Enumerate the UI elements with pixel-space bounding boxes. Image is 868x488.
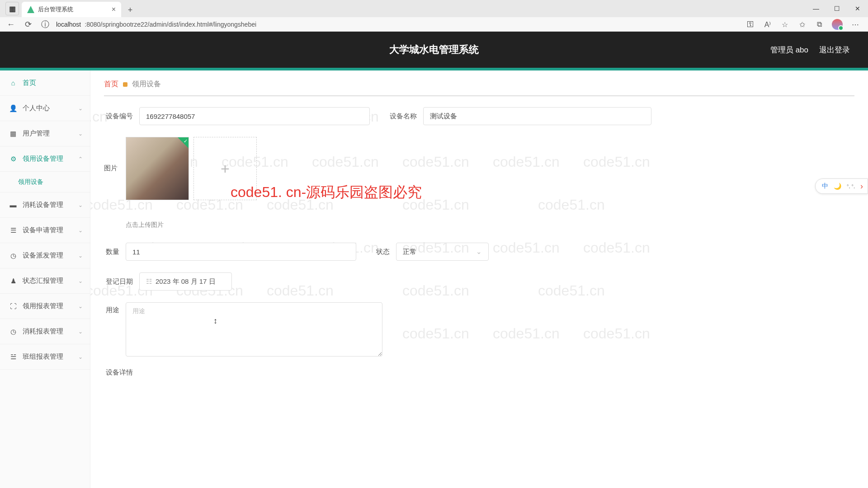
content-area: 首页 领用设备 设备编号 设备名称 图片 + 点击上传图片 xyxy=(90,70,868,488)
device-id-input[interactable] xyxy=(139,107,370,125)
sidebar-item-home[interactable]: ⌂ 首页 xyxy=(0,70,90,96)
watermark-notice: code51. cn-源码乐园盗图必究 xyxy=(231,183,422,202)
chevron-down-icon: ⌄ xyxy=(476,248,482,256)
sidebar-item-label: 消耗报表管理 xyxy=(23,327,63,336)
device-name-label: 设备名称 xyxy=(388,112,417,121)
sidebar-item-report3[interactable]: ☱ 班组报表管理 ⌄ xyxy=(0,344,90,370)
purpose-textarea[interactable] xyxy=(126,302,382,357)
image-label: 图片 xyxy=(104,137,119,173)
device-name-input[interactable] xyxy=(423,107,651,125)
address-bar: ← ⟳ ⓘ localhost:8080/springbootrze22/adm… xyxy=(0,17,868,32)
date-label: 登记日期 xyxy=(104,277,133,286)
breadcrumb-separator-icon xyxy=(123,82,127,87)
tab-close-button[interactable]: × xyxy=(112,5,116,14)
app-title: 大学城水电管理系统 xyxy=(389,43,479,56)
sidebar: ⌂ 首页 👤 个人中心 ⌄ ▦ 用户管理 ⌄ ⚙ 领用设备管理 ⌃ 领用设备 ▬… xyxy=(0,70,90,488)
upload-hint: 点击上传图片 xyxy=(126,221,257,229)
resize-cursor-icon: ↕ xyxy=(213,316,217,326)
sidebar-item-label: 用户管理 xyxy=(23,129,50,138)
sidebar-item-status[interactable]: ♟ 状态汇报管理 ⌄ xyxy=(0,268,90,294)
device-id-label: 设备编号 xyxy=(104,112,133,121)
browser-chrome: ▦ 后台管理系统 × + — ☐ ✕ ← ⟳ ⓘ localhost:8080/… xyxy=(0,0,868,32)
url-field[interactable]: localhost:8080/springbootrze22/admin/dis… xyxy=(56,21,741,28)
url-path: :8080/springbootrze22/admin/dist/index.h… xyxy=(85,21,256,28)
profile-avatar-icon[interactable] xyxy=(832,19,843,30)
maximize-button[interactable]: ☐ xyxy=(826,0,847,17)
browser-tab[interactable]: 后台管理系统 × xyxy=(22,2,121,17)
logout-button[interactable]: 退出登录 xyxy=(819,45,850,55)
status-value: 正常 xyxy=(403,248,416,256)
clipboard-icon: ☰ xyxy=(9,226,17,235)
grid-icon: ▦ xyxy=(9,130,17,138)
arrow-right-icon[interactable]: › xyxy=(860,182,863,191)
doc-icon: ☱ xyxy=(9,353,17,361)
ime-punct-icon[interactable]: °, °, xyxy=(847,183,855,189)
scan-icon: ⛶ xyxy=(9,302,17,310)
user-label[interactable]: 管理员 abo xyxy=(770,45,808,55)
back-button[interactable]: ← xyxy=(5,18,17,31)
ime-widget[interactable]: 中 🌙 °, °, › xyxy=(815,178,868,194)
sidebar-item-equipment[interactable]: ⚙ 领用设备管理 ⌃ xyxy=(0,146,90,172)
clock-icon: ◷ xyxy=(9,252,17,260)
sidebar-item-label: 个人中心 xyxy=(23,104,50,113)
sidebar-item-label: 消耗设备管理 xyxy=(23,201,63,209)
date-value: 2023 年 08 月 17 日 xyxy=(156,277,216,286)
key-icon[interactable]: ⚿ xyxy=(746,20,755,29)
qty-label: 数量 xyxy=(104,248,119,256)
app-header: 大学城水电管理系统 管理员 abo 退出登录 xyxy=(0,32,868,68)
url-host: localhost xyxy=(56,21,81,28)
sidebar-item-consume[interactable]: ▬ 消耗设备管理 ⌄ xyxy=(0,192,90,218)
sidebar-item-users[interactable]: ▦ 用户管理 ⌄ xyxy=(0,121,90,146)
sidebar-item-dispatch[interactable]: ◷ 设备派发管理 ⌄ xyxy=(0,243,90,268)
sidebar-item-label: 设备申请管理 xyxy=(23,226,63,235)
date-input[interactable]: ☷ 2023 年 08 月 17 日 xyxy=(139,272,232,291)
calendar-icon: ☷ xyxy=(146,277,152,286)
tab-bar: ▦ 后台管理系统 × + — ☐ ✕ xyxy=(0,0,868,17)
status-select[interactable]: 正常 ⌄ xyxy=(396,243,489,261)
tab-title: 后台管理系统 xyxy=(38,5,108,14)
home-icon: ⌂ xyxy=(9,79,17,87)
sidebar-item-label: 首页 xyxy=(23,79,36,87)
breadcrumb-home[interactable]: 首页 xyxy=(104,80,118,89)
sidebar-item-label: 领用设备 xyxy=(18,178,43,186)
battery-icon: ▬ xyxy=(9,201,17,209)
clock2-icon: ◷ xyxy=(9,328,17,336)
new-tab-button[interactable]: + xyxy=(123,3,137,17)
tab-overview-button[interactable]: ▦ xyxy=(5,2,19,15)
chevron-down-icon: ⌄ xyxy=(78,202,83,208)
chevron-down-icon: ⌄ xyxy=(78,354,83,360)
uploaded-image-thumb[interactable] xyxy=(126,137,189,200)
chevron-down-icon: ⌄ xyxy=(78,328,83,335)
breadcrumb-current: 领用设备 xyxy=(132,80,161,89)
header-right: 管理员 abo 退出登录 xyxy=(770,45,850,55)
sidebar-item-profile[interactable]: 👤 个人中心 ⌄ xyxy=(0,96,90,121)
main-layout: ⌂ 首页 👤 个人中心 ⌄ ▦ 用户管理 ⌄ ⚙ 领用设备管理 ⌃ 领用设备 ▬… xyxy=(0,70,868,488)
sidebar-item-label: 设备派发管理 xyxy=(23,251,63,260)
minimize-button[interactable]: — xyxy=(806,0,826,17)
ime-lang[interactable]: 中 xyxy=(822,182,828,190)
sidebar-subitem-equipment[interactable]: 领用设备 xyxy=(0,172,90,192)
site-info-icon[interactable]: ⓘ xyxy=(39,18,52,31)
user-icon: 👤 xyxy=(9,104,17,113)
chevron-down-icon: ⌄ xyxy=(78,131,83,137)
favorites-bar-icon[interactable]: ✩ xyxy=(797,20,807,29)
sidebar-item-report2[interactable]: ◷ 消耗报表管理 ⌄ xyxy=(0,319,90,344)
window-controls: — ☐ ✕ xyxy=(806,0,868,17)
vue-favicon-icon xyxy=(27,6,34,13)
close-window-button[interactable]: ✕ xyxy=(847,0,868,17)
read-aloud-icon[interactable]: A⁾ xyxy=(763,20,772,29)
chevron-down-icon: ⌄ xyxy=(78,227,83,234)
sidebar-item-report1[interactable]: ⛶ 领用报表管理 ⌄ xyxy=(0,294,90,319)
favorite-icon[interactable]: ☆ xyxy=(780,20,789,29)
sidebar-item-label: 班组报表管理 xyxy=(23,352,63,361)
breadcrumb: 首页 领用设备 xyxy=(104,80,854,96)
chevron-down-icon: ⌄ xyxy=(78,278,83,284)
more-menu-icon[interactable]: ⋯ xyxy=(851,20,860,29)
sidebar-item-apply[interactable]: ☰ 设备申请管理 ⌄ xyxy=(0,218,90,243)
collections-icon[interactable]: ⧉ xyxy=(815,20,824,29)
refresh-button[interactable]: ⟳ xyxy=(22,18,34,31)
qty-input[interactable] xyxy=(126,243,356,261)
detail-label: 设备详情 xyxy=(104,368,133,377)
status-label: 状态 xyxy=(374,248,390,256)
moon-icon[interactable]: 🌙 xyxy=(834,183,841,190)
